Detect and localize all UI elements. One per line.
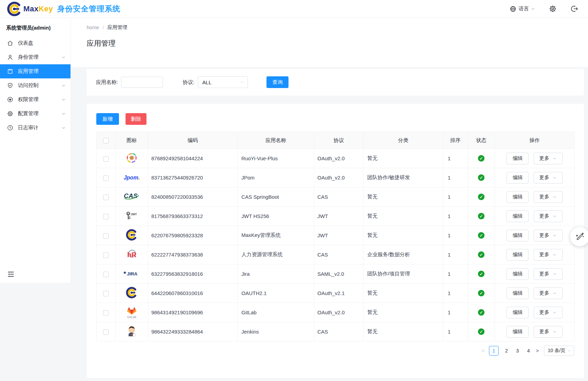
cell-app-name: OAUTH2.1: [238, 284, 314, 303]
edit-button[interactable]: 编辑: [507, 230, 529, 241]
settings-button[interactable]: [549, 5, 557, 13]
row-checkbox[interactable]: [103, 214, 109, 219]
page-button-4[interactable]: 4: [525, 348, 532, 353]
page-button-2[interactable]: 2: [503, 348, 510, 353]
logout-button[interactable]: [570, 5, 578, 13]
chevron-down-icon: [62, 55, 66, 59]
row-checkbox[interactable]: [103, 195, 109, 200]
column-header: 状态: [468, 132, 495, 149]
table-body: 876892492581044224 RuoYi-Vue-Plus OAuth_…: [97, 149, 575, 341]
edit-button[interactable]: 编辑: [507, 172, 529, 184]
cell-category: 暂无: [363, 149, 443, 168]
edit-button[interactable]: 编辑: [507, 307, 529, 318]
edit-button[interactable]: 编辑: [507, 153, 529, 164]
more-button[interactable]: 更多: [534, 172, 563, 184]
more-button[interactable]: 更多: [534, 307, 563, 318]
column-header: 应用名称: [238, 132, 314, 149]
more-button[interactable]: 更多: [534, 230, 563, 241]
collapse-sidebar-button[interactable]: [7, 270, 15, 279]
hr-app-icon: hR: [126, 249, 138, 260]
more-button[interactable]: 更多: [534, 249, 563, 261]
edit-button[interactable]: 编辑: [507, 326, 529, 338]
table-row: hR 622227747938373638 人力资源管理系统 CAS 企业服务/…: [97, 245, 575, 264]
clock-icon: [7, 124, 13, 131]
chevron-down-icon: [553, 233, 557, 238]
breadcrumb-home-link[interactable]: home: [87, 25, 99, 30]
chevron-down-icon: [553, 176, 557, 180]
more-button[interactable]: 更多: [534, 287, 563, 299]
row-checkbox[interactable]: [103, 156, 109, 162]
cell-sort: 1: [443, 168, 468, 187]
more-button[interactable]: 更多: [534, 191, 563, 203]
table-toolbar: 新增 删除: [96, 113, 574, 125]
more-button[interactable]: 更多: [534, 153, 563, 164]
jwt-app-icon: JWT: [124, 211, 139, 220]
chevron-down-icon: [553, 311, 557, 315]
edit-button[interactable]: 编辑: [507, 287, 529, 299]
prev-page-button[interactable]: <: [482, 348, 484, 353]
add-button[interactable]: 新增: [96, 113, 119, 125]
edit-button[interactable]: 编辑: [507, 249, 529, 261]
page-button-1[interactable]: 1: [489, 346, 499, 356]
more-label: 更多: [540, 271, 549, 277]
more-label: 更多: [540, 155, 549, 162]
delete-button[interactable]: 删除: [126, 113, 146, 125]
language-switcher[interactable]: 语言: [510, 6, 535, 12]
column-header: 排序: [443, 132, 468, 149]
theme-wand-button[interactable]: [570, 227, 588, 246]
column-header: 图标: [116, 132, 148, 149]
cell-sort: 1: [443, 149, 468, 168]
cell-category: 企业服务/数据分析: [363, 245, 443, 264]
sidebar-item-apps[interactable]: 应用管理: [0, 64, 70, 78]
app-name-input[interactable]: [121, 77, 163, 88]
ruoyi-app-icon: [126, 152, 138, 164]
svg-text:JWT: JWT: [131, 213, 137, 216]
cell-app-code: 986431492190109696: [148, 303, 238, 322]
cell-app-name: RuoYi-Vue-Plus: [238, 149, 314, 168]
protocol-select[interactable]: ALL: [198, 76, 248, 88]
row-checkbox[interactable]: [103, 175, 109, 181]
row-checkbox[interactable]: [103, 329, 109, 335]
more-button[interactable]: 更多: [534, 326, 563, 338]
more-label: 更多: [540, 213, 549, 219]
protocol-label: 协议:: [183, 79, 194, 86]
page-button-3[interactable]: 3: [514, 348, 521, 353]
more-button[interactable]: 更多: [534, 210, 563, 222]
sidebar-item-access-control[interactable]: 访问控制: [0, 78, 70, 92]
column-header: 协议: [314, 132, 363, 149]
edit-button[interactable]: 编辑: [507, 210, 529, 222]
language-label: 语言: [519, 6, 529, 12]
edit-button[interactable]: 编辑: [507, 268, 529, 280]
edit-button[interactable]: 编辑: [507, 191, 529, 203]
gitlab-app-icon: GitLab: [127, 306, 137, 319]
sidebar-item-config[interactable]: 配置管理: [0, 107, 70, 121]
sidebar-item-dashboard[interactable]: 仪表盘: [0, 36, 70, 50]
sidebar-item-privilege[interactable]: 权限管理: [0, 92, 70, 107]
row-checkbox[interactable]: [103, 291, 109, 296]
sidebar-item-audit[interactable]: 日志审计: [0, 121, 70, 135]
sidebar-menu: 仪表盘 身份管理 应用管理 访问控制 权限管理 配置管理 日志审计: [0, 36, 70, 135]
column-header: 分类: [363, 132, 443, 149]
search-button[interactable]: 查询: [266, 76, 288, 88]
gear-icon: [549, 5, 557, 13]
page-size-select[interactable]: 10 条/页: [544, 346, 574, 356]
page-size-value: 10 条/页: [548, 348, 565, 354]
cell-app-code: 817568793663373312: [148, 207, 238, 226]
chevron-down-icon: [62, 98, 66, 102]
select-all-checkbox[interactable]: [103, 138, 109, 143]
row-checkbox[interactable]: [103, 310, 109, 316]
next-page-button[interactable]: >: [536, 348, 539, 353]
more-button[interactable]: 更多: [534, 268, 563, 280]
cell-protocol: SAML_v2.0: [314, 264, 363, 284]
cell-protocol: CAS: [314, 322, 363, 341]
cell-app-code: 986432249333284864: [148, 322, 238, 341]
maxkey-logo-icon: [7, 1, 22, 17]
sidebar: 系统管理员(admin) 仪表盘 身份管理 应用管理 访问控制 权限管理 配置管…: [0, 18, 71, 283]
row-checkbox[interactable]: [103, 233, 109, 239]
apps-icon: [7, 68, 13, 75]
row-checkbox[interactable]: [103, 252, 109, 258]
sidebar-item-identity[interactable]: 身份管理: [0, 50, 70, 64]
table-row: 876892492581044224 RuoYi-Vue-Plus OAuth_…: [97, 149, 575, 168]
app-name-label: 应用名称:: [96, 79, 118, 86]
row-checkbox[interactable]: [103, 272, 109, 277]
